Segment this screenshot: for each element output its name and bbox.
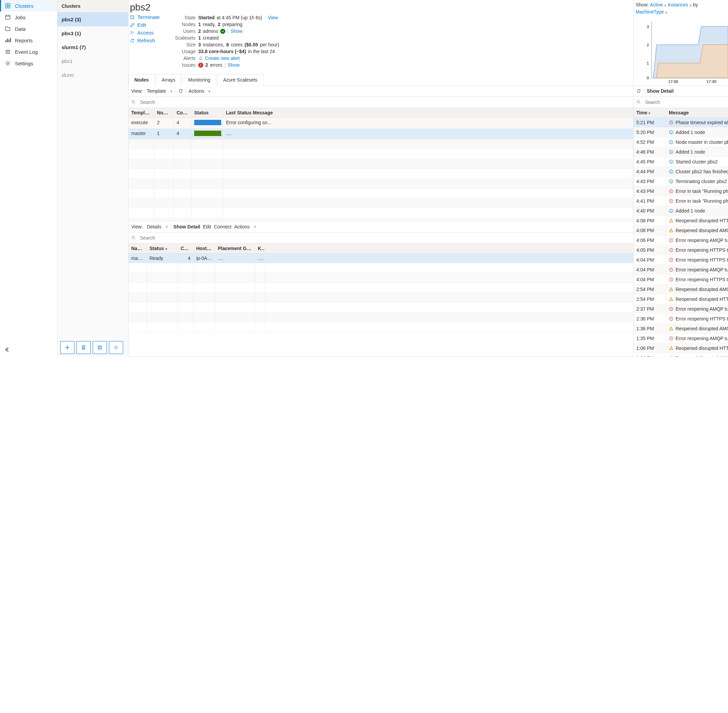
search-icon — [131, 100, 136, 104]
tab-monitoring[interactable]: Monitoring — [182, 74, 216, 86]
filter-instances-dropdown[interactable]: Instances ∨ — [668, 2, 692, 7]
cluster-actions — [58, 339, 128, 356]
event-row[interactable]: 4:08 PMReopened disrupted HTTPS — [634, 216, 728, 226]
collapse-sidebar-button[interactable] — [5, 346, 11, 353]
cluster-settings-button[interactable] — [109, 341, 123, 354]
event-row[interactable]: 4:44 PMCluster pbs2 has finished te — [634, 167, 728, 177]
nav-item-data[interactable]: Data — [0, 23, 57, 34]
event-row[interactable]: 4:05 PMError reopening HTTPS tun — [634, 245, 728, 255]
event-row[interactable]: 1:36 PMReopened disrupted AMQP — [634, 324, 728, 334]
refresh-nodes-button[interactable] — [178, 89, 183, 93]
view-state-link[interactable]: View — [268, 15, 278, 20]
event-row[interactable]: 4:52 PMNode master in cluster pbs — [634, 137, 728, 147]
event-row[interactable]: 4:46 PMAdded 1 node — [634, 147, 728, 157]
event-row[interactable]: 5:21 PMPhase timeout expired whi — [634, 118, 728, 128]
search-icon — [131, 236, 136, 240]
nav-item-event-log[interactable]: Event Log — [0, 46, 57, 58]
detail-search-input[interactable] — [139, 234, 631, 242]
col-status[interactable]: Status ▾ — [147, 244, 178, 253]
nav-item-clusters[interactable]: Clusters — [0, 0, 57, 12]
col-template[interactable]: Template ▴ — [128, 108, 154, 118]
jobs-icon — [5, 14, 11, 20]
table-row[interactable]: master14.... — [128, 128, 633, 139]
tab-nodes[interactable]: Nodes — [128, 74, 155, 86]
nav-item-reports[interactable]: Reports — [0, 34, 57, 46]
nav-item-jobs[interactable]: Jobs — [0, 12, 57, 23]
col-cores[interactable]: Cores — [174, 108, 192, 118]
terminate-button[interactable]: Terminate — [130, 14, 167, 20]
cluster-item[interactable]: pbs2 (3) — [58, 12, 128, 26]
table-row[interactable]: execute24Error configuring so... — [128, 118, 633, 128]
event-row[interactable]: 4:04 PMError reopening HTTPS tun — [634, 255, 728, 265]
cluster-item[interactable]: pbs1 — [58, 54, 128, 68]
cluster-item[interactable]: slurm — [58, 68, 128, 82]
tab-arrays[interactable]: Arrays — [156, 74, 181, 86]
show-issues-link[interactable]: Show — [228, 62, 240, 68]
event-row[interactable]: 4:04 PMError reopening AMQP tun — [634, 265, 728, 275]
copy-cluster-button[interactable] — [93, 341, 107, 354]
event-row[interactable]: 4:04 PMError reopening HTTPS tun — [634, 275, 728, 285]
svg-rect-0 — [5, 3, 7, 5]
nav-item-settings[interactable]: Settings — [0, 58, 57, 69]
col-ke[interactable]: Ke — [255, 244, 265, 253]
instances-chart[interactable]: 3 2 1 0 17:00 17:30 — [635, 18, 728, 85]
event-row[interactable]: 4:40 PMAdded 1 node — [634, 206, 728, 216]
event-row[interactable]: 1:06 PMReopened disrupted HTTPS — [634, 343, 728, 353]
event-row[interactable]: 2:54 PMReopened disrupted HTTPS — [634, 294, 728, 304]
nodes-search-input[interactable] — [139, 98, 631, 106]
event-row[interactable]: 5:20 PMAdded 1 node — [634, 128, 728, 137]
table-row[interactable]: masterReady4ip-0A0........... — [128, 254, 633, 263]
event-row[interactable]: 4:43 PMError in task "Running phas — [634, 186, 728, 196]
bell-icon — [198, 56, 203, 61]
nodes-actions-dropdown[interactable]: Actions ∨ — [189, 88, 211, 94]
event-row[interactable]: 4:08 PMReopened disrupted AMQP — [634, 226, 728, 236]
col-message[interactable]: Message — [666, 108, 728, 118]
col-host[interactable]: Host/IP — [194, 244, 215, 253]
view-template-dropdown[interactable]: View: Template ∨ — [131, 88, 173, 94]
show-users-link[interactable]: Show — [231, 28, 243, 34]
col-placement[interactable]: Placement Group — [215, 244, 255, 253]
events-search-input[interactable] — [644, 98, 725, 106]
col-status[interactable]: Status — [192, 108, 223, 118]
add-cluster-button[interactable] — [60, 341, 74, 354]
connect-button[interactable]: Connect — [214, 224, 231, 230]
event-row[interactable]: 4:45 PMStarted cluster pbs2 — [634, 157, 728, 167]
clusters-icon — [5, 3, 11, 9]
events-show-detail-button[interactable]: Show Detail — [647, 88, 673, 94]
events-toolbar: Show Detail — [634, 85, 728, 97]
filter-active-dropdown[interactable]: Active ∨ — [650, 2, 667, 7]
event-row[interactable]: 2:37 PMError reopening AMQP tun — [634, 304, 728, 314]
tab-azure-scalesets[interactable]: Azure Scalesets — [217, 74, 263, 86]
chart-filter: Show: Active ∨ Instances ∨ by MachineTyp… — [634, 0, 728, 16]
event-row[interactable]: 4:43 PMTerminating cluster pbs2 — [634, 177, 728, 186]
col-cores[interactable]: Cores — [178, 244, 194, 253]
access-button[interactable]: Access — [130, 30, 167, 36]
edit-button[interactable]: Edit — [130, 22, 167, 28]
info-icon — [669, 149, 673, 154]
view-details-dropdown[interactable]: View: Details ∨ — [131, 224, 168, 230]
col-nodes[interactable]: Nodes — [154, 108, 174, 118]
cluster-item[interactable]: pbs3 (1) — [58, 26, 128, 40]
detail-actions-dropdown[interactable]: Actions ∨ — [234, 224, 256, 230]
event-row[interactable]: 1:35 PMError reopening AMQP tun — [634, 334, 728, 343]
err-icon — [669, 336, 673, 341]
event-row[interactable]: 4:41 PMError in task "Running phas — [634, 196, 728, 206]
svg-point-8 — [115, 347, 117, 349]
col-name[interactable]: Name — [128, 244, 147, 253]
col-time[interactable]: Time ▾ — [634, 108, 666, 118]
cluster-item[interactable]: slurm1 (7) — [58, 40, 128, 54]
show-detail-button[interactable]: Show Detail — [174, 224, 200, 230]
refresh-events-button[interactable] — [636, 89, 641, 93]
event-row[interactable]: 2:36 PMError reopening HTTPS tun — [634, 314, 728, 324]
filter-machinetype-dropdown[interactable]: MachineType ∨ — [636, 9, 667, 15]
events-list[interactable]: 5:21 PMPhase timeout expired whi5:20 PMA… — [634, 118, 728, 356]
delete-cluster-button[interactable] — [76, 341, 91, 354]
refresh-button[interactable]: Refresh — [130, 37, 167, 43]
col-last-status[interactable]: Last Status Message — [223, 108, 633, 118]
event-row[interactable]: 1:06 PMReopened disrupted AMQP — [634, 353, 728, 356]
event-row[interactable]: 2:54 PMReopened disrupted AMQP — [634, 285, 728, 294]
warn-icon — [669, 326, 673, 331]
create-alert-link[interactable]: Create new alert — [205, 55, 240, 61]
event-row[interactable]: 4:06 PMError reopening AMQP tun — [634, 236, 728, 245]
edit-button[interactable]: Edit — [203, 224, 211, 230]
